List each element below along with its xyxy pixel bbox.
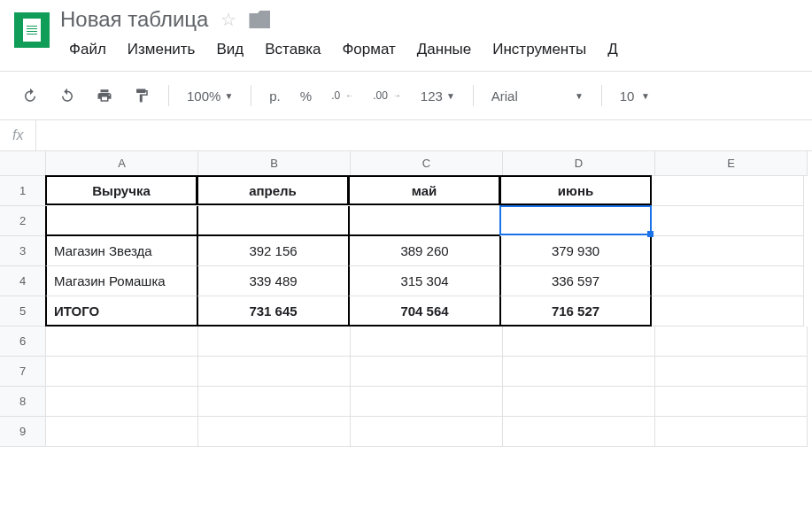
menu-view[interactable]: Вид [207, 35, 252, 64]
row-header-5[interactable]: 5 [0, 296, 46, 326]
decrease-decimal-button[interactable]: .0← [324, 84, 360, 107]
select-all-corner[interactable] [0, 151, 46, 176]
cell-b3[interactable]: 392 156 [197, 236, 349, 266]
cell-c6[interactable] [351, 326, 503, 357]
col-header-e[interactable]: E [655, 151, 808, 176]
zoom-dropdown[interactable]: 100% ▼ [180, 83, 240, 109]
cell-c2[interactable] [348, 206, 500, 236]
chevron-down-icon: ▼ [575, 91, 584, 101]
menu-format[interactable]: Формат [333, 35, 404, 64]
col-header-c[interactable]: C [351, 151, 503, 176]
chevron-down-icon: ▼ [446, 91, 455, 101]
cell-d5[interactable]: 716 527 [499, 296, 652, 326]
currency-button[interactable]: р. [262, 83, 288, 109]
cell-c1[interactable]: май [348, 175, 500, 205]
percent-button[interactable]: % [293, 83, 319, 109]
cell-d7[interactable] [503, 357, 655, 387]
cell-e5[interactable] [652, 296, 804, 326]
cell-d3[interactable]: 379 930 [499, 236, 652, 266]
star-icon[interactable]: ☆ [220, 9, 236, 30]
more-formats-button[interactable]: 123▼ [414, 83, 462, 109]
spreadsheet-grid[interactable]: A B C D E 1 Выручка апрель май июнь 2 3 … [0, 151, 812, 447]
row-header-4[interactable]: 4 [0, 266, 46, 296]
cell-c3[interactable]: 389 260 [348, 236, 500, 266]
menubar: Файл Изменить Вид Вставка Формат Данные … [60, 35, 798, 64]
cell-a2[interactable] [45, 206, 197, 236]
cell-c8[interactable] [351, 387, 503, 417]
cell-b5[interactable]: 731 645 [197, 296, 349, 326]
cell-c9[interactable] [351, 417, 503, 447]
cell-d2[interactable] [499, 205, 652, 235]
cell-b1[interactable]: апрель [197, 175, 349, 205]
redo-button[interactable] [51, 82, 83, 109]
cell-a3[interactable]: Магазин Звезда [45, 236, 197, 266]
row-header-6[interactable]: 6 [0, 326, 46, 357]
folder-icon[interactable] [249, 11, 270, 28]
col-header-a[interactable]: A [46, 151, 198, 176]
cell-c5[interactable]: 704 564 [348, 296, 500, 326]
menu-more[interactable]: Д [599, 35, 627, 64]
cell-a6[interactable] [46, 326, 198, 357]
cell-a5[interactable]: ИТОГО [45, 296, 197, 326]
menu-data[interactable]: Данные [408, 35, 480, 64]
cell-b7[interactable] [198, 357, 351, 387]
chevron-down-icon: ▼ [641, 91, 650, 101]
cell-e9[interactable] [655, 417, 808, 447]
row-header-7[interactable]: 7 [0, 357, 46, 387]
cell-a8[interactable] [46, 387, 198, 417]
cell-e3[interactable] [652, 236, 804, 266]
cell-e8[interactable] [655, 387, 808, 417]
cell-e6[interactable] [655, 326, 808, 357]
sheets-logo[interactable] [14, 12, 50, 48]
cell-a7[interactable] [46, 357, 198, 387]
cell-e1[interactable] [652, 176, 804, 206]
menu-insert[interactable]: Вставка [256, 35, 329, 64]
row-header-1[interactable]: 1 [0, 176, 46, 206]
chevron-down-icon: ▼ [224, 91, 233, 101]
cell-a1[interactable]: Выручка [45, 175, 197, 205]
cell-e4[interactable] [652, 266, 804, 296]
row-header-3[interactable]: 3 [0, 236, 46, 266]
fx-label: fx [0, 120, 36, 150]
cell-d1[interactable]: июнь [499, 175, 652, 205]
menu-tools[interactable]: Инструменты [483, 35, 595, 64]
cell-d8[interactable] [503, 387, 655, 417]
font-dropdown[interactable]: Arial ▼ [484, 83, 591, 109]
cell-c4[interactable]: 315 304 [348, 266, 500, 296]
cell-b2[interactable] [197, 206, 349, 236]
undo-button[interactable] [14, 82, 46, 109]
row-header-2[interactable]: 2 [0, 206, 46, 236]
cell-d4[interactable]: 336 597 [499, 266, 652, 296]
paint-format-button[interactable] [126, 82, 158, 109]
cell-e7[interactable] [655, 357, 808, 387]
cell-e2[interactable] [652, 206, 804, 236]
cell-d9[interactable] [503, 417, 655, 447]
col-header-d[interactable]: D [503, 151, 655, 176]
row-header-8[interactable]: 8 [0, 387, 46, 417]
font-size-dropdown[interactable]: 10 ▼ [613, 83, 657, 109]
formula-input[interactable] [36, 121, 812, 150]
cell-b6[interactable] [198, 326, 351, 357]
doc-title[interactable]: Новая таблица [60, 7, 208, 32]
cell-d6[interactable] [503, 326, 655, 357]
cell-b4[interactable]: 339 489 [197, 266, 349, 296]
increase-decimal-button[interactable]: .00→ [366, 84, 408, 107]
print-button[interactable] [89, 82, 120, 109]
row-header-9[interactable]: 9 [0, 417, 46, 447]
menu-file[interactable]: Файл [60, 35, 115, 64]
cell-c7[interactable] [351, 357, 503, 387]
col-header-b[interactable]: B [198, 151, 351, 176]
cell-b9[interactable] [198, 417, 351, 447]
cell-a4[interactable]: Магазин Ромашка [45, 266, 197, 296]
menu-edit[interactable]: Изменить [119, 35, 205, 64]
toolbar: 100% ▼ р. % .0← .00→ 123▼ Arial ▼ 10 ▼ [0, 72, 812, 120]
cell-a9[interactable] [46, 417, 198, 447]
cell-b8[interactable] [198, 387, 351, 417]
